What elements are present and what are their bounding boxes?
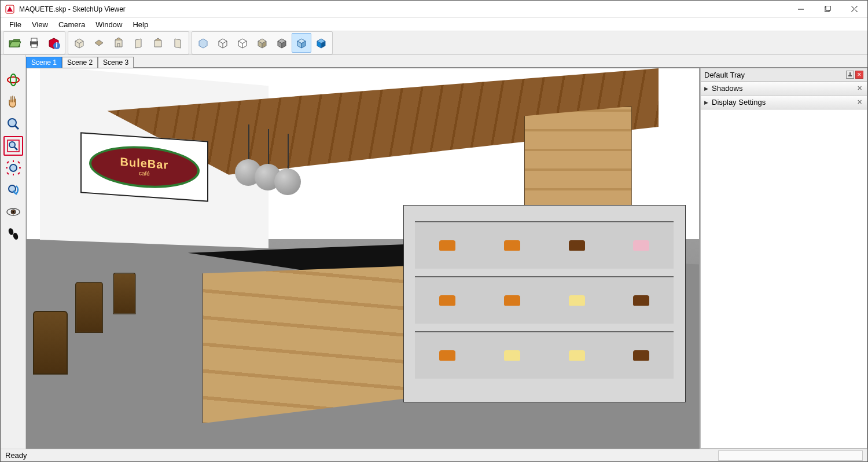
pendant-lamps <box>235 129 343 205</box>
panel-label: Display Settings <box>712 98 766 107</box>
app-window: MAQUETE.skp - SketchUp Viewer File View … <box>0 0 868 462</box>
model-info-button[interactable]: i <box>44 33 64 53</box>
svg-point-23 <box>8 228 14 236</box>
svg-point-16 <box>9 142 15 148</box>
scene-render: BuleBar café <box>27 68 699 448</box>
open-button[interactable] <box>5 33 24 53</box>
app-icon <box>5 5 14 14</box>
svg-point-22 <box>12 211 14 212</box>
tray-title: Default Tray <box>704 71 745 79</box>
hidden-style-button[interactable] <box>233 33 252 53</box>
expand-icon: ▶ <box>704 100 708 105</box>
toolbar-views-group <box>68 31 189 54</box>
scene-tabs: Scene 1 Scene 2 Scene 3 <box>1 55 867 68</box>
tray-panel-display-settings[interactable]: ▶Display Settings ✕ <box>700 96 867 109</box>
toolbar-styles-group <box>192 31 333 54</box>
svg-point-11 <box>8 77 19 83</box>
measurement-box[interactable] <box>718 450 863 461</box>
zoom-window-tool[interactable] <box>3 136 23 156</box>
svg-rect-8 <box>31 44 37 47</box>
xray-style-button[interactable] <box>193 33 213 53</box>
viewport-3d[interactable]: BuleBar café <box>26 68 700 449</box>
sign-logo: BuleBar café <box>89 143 200 192</box>
look-around-tool[interactable] <box>3 202 23 222</box>
window-buttons <box>788 1 867 17</box>
shaded-tex-style-button[interactable] <box>272 33 292 53</box>
svg-rect-3 <box>826 6 830 10</box>
scene-tab-2[interactable]: Scene 2 <box>62 57 98 68</box>
menu-window[interactable]: Window <box>90 19 127 30</box>
sign-sub-text: café <box>139 170 150 177</box>
previous-view-tool[interactable] <box>3 180 23 200</box>
scene-tab-1[interactable]: Scene 1 <box>26 57 62 68</box>
menu-view[interactable]: View <box>27 19 53 30</box>
title-bar: MAQUETE.skp - SketchUp Viewer <box>1 1 867 18</box>
minimize-button[interactable] <box>788 1 814 17</box>
svg-rect-26 <box>848 75 852 76</box>
orbit-tool[interactable] <box>3 70 23 90</box>
chair-icon <box>113 273 136 314</box>
tray-header[interactable]: Default Tray ✕ <box>700 68 867 82</box>
tray-pin-button[interactable] <box>846 71 854 79</box>
status-text: Ready <box>5 451 27 460</box>
pan-tool[interactable] <box>3 92 23 112</box>
status-bar: Ready <box>1 449 867 461</box>
top-view-button[interactable] <box>89 33 109 53</box>
display-case <box>403 205 686 402</box>
tray-header-buttons: ✕ <box>846 71 863 79</box>
shaded-style-button[interactable] <box>252 33 272 53</box>
zoom-tool[interactable] <box>3 114 23 134</box>
tray-panel-shadows[interactable]: ▶Shadows ✕ <box>700 82 867 96</box>
color-style-button[interactable] <box>311 33 331 53</box>
toolbar-strip: i <box>1 31 867 55</box>
wire-style-button[interactable] <box>213 33 233 53</box>
wall-sign: BuleBar café <box>80 132 208 201</box>
left-toolbar <box>1 55 26 449</box>
svg-line-14 <box>15 126 19 129</box>
shelf <box>415 276 674 323</box>
svg-point-24 <box>12 232 19 240</box>
chair-icon <box>75 282 103 333</box>
svg-rect-7 <box>31 38 37 42</box>
iso-view-button[interactable] <box>69 33 89 53</box>
close-button[interactable] <box>841 1 867 17</box>
svg-point-12 <box>10 74 16 86</box>
menu-help[interactable]: Help <box>127 19 153 30</box>
chair-icon <box>33 311 68 375</box>
client-area: BuleBar café <box>1 68 867 449</box>
svg-point-18 <box>10 164 17 171</box>
window-title: MAQUETE.skp - SketchUp Viewer <box>19 5 788 13</box>
panel-label: Shadows <box>712 84 742 93</box>
menu-camera[interactable]: Camera <box>53 19 90 30</box>
print-button[interactable] <box>24 33 44 53</box>
seating <box>27 258 188 433</box>
panel-close-button[interactable]: ✕ <box>855 98 863 107</box>
tray-body <box>700 109 867 449</box>
tray-close-button[interactable]: ✕ <box>855 71 863 79</box>
default-tray: Default Tray ✕ ▶Shadows ✕ ▶Display Setti… <box>700 68 867 449</box>
panel-close-button[interactable]: ✕ <box>855 85 863 93</box>
walk-tool[interactable] <box>3 224 23 244</box>
menu-bar: File View Camera Window Help <box>1 18 867 31</box>
maximize-button[interactable] <box>814 1 841 17</box>
shelf <box>415 221 674 268</box>
front-view-button[interactable] <box>109 33 128 53</box>
scene-tab-3[interactable]: Scene 3 <box>98 57 134 68</box>
back-view-button[interactable] <box>148 33 168 53</box>
lamp-icon <box>274 168 301 195</box>
menu-file[interactable]: File <box>4 19 27 30</box>
expand-icon: ▶ <box>704 86 708 91</box>
right-view-button[interactable] <box>128 33 148 53</box>
svg-text:i: i <box>56 41 58 49</box>
zoom-extents-tool[interactable] <box>3 158 23 178</box>
svg-line-17 <box>14 147 17 150</box>
shelf <box>415 331 674 378</box>
toolbar-file-group: i <box>3 31 65 54</box>
mono-style-button[interactable] <box>292 33 311 53</box>
svg-point-13 <box>8 119 16 127</box>
sign-main-text: BuleBar <box>120 156 168 173</box>
left-view-button[interactable] <box>168 33 187 53</box>
